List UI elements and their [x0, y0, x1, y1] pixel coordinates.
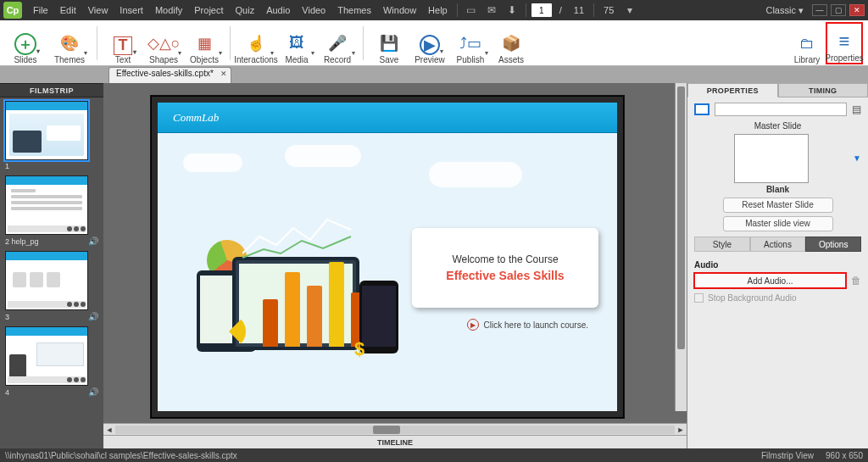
slide-thumb-1[interactable]: 1 [5, 101, 98, 170]
menu-video[interactable]: Video [296, 5, 331, 15]
filmstrip-panel: FILMSTRIP 1 2 help_pg🔊 [0, 83, 103, 448]
vertical-scrollbar[interactable] [675, 83, 687, 411]
ribbon-assets[interactable]: 📦 Assets [491, 22, 531, 64]
document-tab[interactable]: Effective-sales-skills.cptx* ✕ [108, 67, 231, 83]
tab-properties[interactable]: PROPERTIES [687, 83, 778, 97]
add-audio-button[interactable]: Add Audio... [694, 273, 846, 288]
menu-quiz[interactable]: Quiz [230, 5, 261, 15]
window-minimize[interactable]: — [812, 4, 827, 16]
chevron-down-icon[interactable]: ▼ [853, 153, 861, 163]
close-icon[interactable]: ✕ [220, 70, 227, 78]
scroll-right-icon[interactable]: ► [675, 426, 687, 434]
course-title: Effective Sales Skills [446, 269, 564, 282]
menu-help[interactable]: Help [422, 5, 453, 15]
canvas-column: CommLab [103, 83, 687, 448]
menubar: Cp File Edit View Insert Modify Project … [0, 0, 868, 20]
status-bar: \\inhynas01\Public\sohail\cl samples\Eff… [0, 448, 868, 462]
audio-icon: 🔊 [88, 387, 98, 397]
ribbon-publish[interactable]: ⤴▭ Publish [450, 22, 491, 64]
layout-icon[interactable]: ▭ [465, 4, 478, 16]
zoom-value[interactable]: 75 [598, 5, 620, 15]
stage-illustration: $ [181, 196, 410, 365]
stage-welcome-card: Welcome to the Course Effective Sales Sk… [412, 228, 598, 308]
menu-window[interactable]: Window [377, 5, 422, 15]
ribbon-library[interactable]: 🗀 Library [788, 22, 826, 64]
play-icon[interactable]: ▶ [467, 319, 479, 331]
launch-text: Click here to launch course. [484, 320, 588, 330]
stage-title-bar: CommLab [158, 103, 617, 133]
scroll-left-icon[interactable]: ◄ [103, 426, 115, 434]
play-icon: ▶ [420, 35, 440, 55]
ribbon-properties[interactable]: ≡ Properties [826, 22, 863, 64]
slide-object-icon [694, 103, 709, 115]
app-logo: Cp [3, 2, 22, 19]
welcome-text: Welcome to the Course [452, 253, 558, 265]
list-icon: ≡ [832, 30, 857, 53]
mic-icon: 🎤 [325, 31, 350, 55]
timeline-header[interactable]: TIMELINE [103, 435, 687, 448]
slide-stage[interactable]: CommLab [158, 103, 617, 411]
ribbon-text[interactable]: T Text [103, 22, 143, 64]
mail-icon[interactable]: ✉ [485, 4, 498, 16]
slide-name-input[interactable] [715, 103, 847, 116]
ribbon: ＋ Slides 🎨 Themes T Text ◇△○ Shapes ▦ Ob… [0, 20, 868, 66]
properties-panel: PROPERTIES TIMING ▤ Master Slide ▼ Blank… [687, 83, 868, 448]
assets-icon: 📦 [498, 31, 524, 55]
slide-thumb-4[interactable]: 4🔊 [5, 326, 98, 397]
menu-audio[interactable]: Audio [260, 5, 296, 15]
ribbon-media[interactable]: 🖼 Media [276, 22, 317, 64]
status-dimensions: 960 x 650 [826, 451, 863, 460]
subtab-actions[interactable]: Actions [750, 237, 806, 252]
audio-icon: 🔊 [88, 237, 98, 246]
subtab-style[interactable]: Style [694, 237, 750, 252]
publish-icon: ⤴▭ [458, 31, 483, 55]
ribbon-slides[interactable]: ＋ Slides [3, 22, 47, 64]
page-sep: / [554, 5, 568, 15]
ribbon-record[interactable]: 🎤 Record [317, 22, 358, 64]
filmstrip-header: FILMSTRIP [0, 83, 103, 97]
master-slide-view-button[interactable]: Master slide view [723, 216, 833, 231]
menu-file[interactable]: File [27, 5, 54, 15]
chevron-down-icon[interactable]: ▾ [623, 4, 637, 16]
menu-edit[interactable]: Edit [54, 5, 82, 15]
master-slide-thumb[interactable] [734, 134, 809, 183]
ribbon-save[interactable]: 💾 Save [369, 22, 409, 64]
document-tab-title: Effective-sales-skills.cptx* [116, 69, 214, 78]
pointer-icon: ☝ [243, 31, 269, 55]
window-maximize[interactable]: ▢ [831, 4, 846, 16]
ribbon-objects[interactable]: ▦ Objects [184, 22, 225, 64]
trash-icon[interactable]: 🗑 [851, 275, 861, 287]
ribbon-themes[interactable]: 🎨 Themes [47, 22, 92, 64]
status-path: \\inhynas01\Public\sohail\cl samples\Eff… [5, 451, 237, 460]
stop-bg-audio-label: Stop Background Audio [708, 293, 797, 303]
master-slide-name: Blank [694, 185, 861, 194]
save-icon: 💾 [376, 31, 402, 55]
tab-timing[interactable]: TIMING [778, 83, 869, 97]
subtab-options[interactable]: Options [805, 237, 861, 252]
download-icon[interactable]: ⬇ [505, 4, 519, 16]
ribbon-shapes[interactable]: ◇△○ Shapes [143, 22, 184, 64]
reset-master-button[interactable]: Reset Master Slide [723, 198, 833, 213]
menu-modify[interactable]: Modify [149, 5, 188, 15]
folder-icon: 🗀 [794, 31, 820, 55]
menu-insert[interactable]: Insert [114, 5, 149, 15]
document-tabstrip: Effective-sales-skills.cptx* ✕ [0, 66, 868, 83]
stop-bg-audio-checkbox[interactable] [694, 293, 704, 303]
media-icon: 🖼 [284, 31, 309, 55]
workspace-dropdown[interactable]: Classic ▾ [760, 5, 809, 16]
slide-thumb-3[interactable]: 3🔊 [5, 251, 98, 321]
launch-row[interactable]: ▶ Click here to launch course. [467, 319, 588, 331]
page-total: 11 [568, 5, 590, 15]
menu-project[interactable]: Project [188, 5, 229, 15]
menu-view[interactable]: View [82, 5, 114, 15]
horizontal-scrollbar[interactable]: ◄ ► [103, 423, 687, 435]
panel-menu-icon[interactable]: ▤ [852, 103, 861, 115]
window-close[interactable]: ✕ [849, 4, 865, 16]
slide-thumb-2[interactable]: 2 help_pg🔊 [5, 175, 98, 246]
ribbon-interactions[interactable]: ☝ Interactions [236, 22, 276, 64]
text-icon: T [114, 36, 132, 55]
canvas[interactable]: CommLab [103, 83, 687, 423]
page-current[interactable]: 1 [531, 3, 552, 17]
ribbon-preview[interactable]: ▶ Preview [409, 22, 450, 64]
menu-themes[interactable]: Themes [331, 5, 377, 15]
